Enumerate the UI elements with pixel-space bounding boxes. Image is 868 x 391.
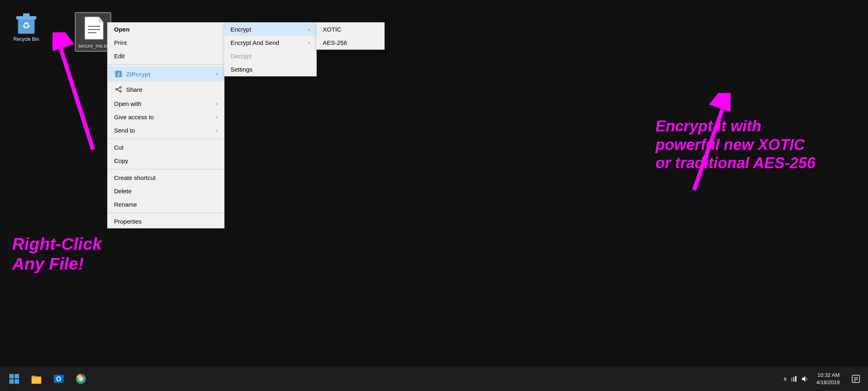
svg-text:O: O xyxy=(56,376,61,383)
svg-rect-31 xyxy=(793,377,794,382)
menu-item-delete[interactable]: Delete xyxy=(108,184,224,198)
menu-item-cut[interactable]: Cut xyxy=(108,141,224,154)
svg-rect-3 xyxy=(23,13,30,17)
menu-item-open-with[interactable]: Open with › xyxy=(108,97,224,110)
submenu-encrypt[interactable]: Encrypt › xyxy=(224,23,316,36)
zipcrypt-chevron: › xyxy=(216,71,218,77)
svg-rect-22 xyxy=(32,376,36,378)
tray-expand[interactable]: ∧ xyxy=(783,376,787,382)
zipcrypt-icon: Z xyxy=(114,70,123,78)
context-menu: Open Print Edit Z ZIPcrypt › xyxy=(107,22,224,228)
share-icon xyxy=(114,85,123,94)
menu-item-send-to[interactable]: Send to › xyxy=(108,124,224,137)
system-tray: ∧ )) xyxy=(783,375,808,383)
svg-text:♻: ♻ xyxy=(22,21,30,31)
svg-rect-21 xyxy=(32,377,41,384)
encrypt-xotic[interactable]: XOTIC xyxy=(316,23,384,36)
notification-icon xyxy=(851,374,860,383)
menu-item-properties[interactable]: Properties xyxy=(108,215,224,228)
left-arrow xyxy=(53,32,105,154)
clock-date: 4/18/2019 xyxy=(816,379,840,386)
menu-item-copy[interactable]: Copy xyxy=(108,154,224,167)
svg-marker-33 xyxy=(802,376,805,382)
svg-line-18 xyxy=(117,88,120,89)
give-access-chevron: › xyxy=(216,114,218,120)
menu-item-print[interactable]: Print xyxy=(108,36,224,49)
taskbar: O ∧ xyxy=(0,367,868,391)
menu-item-create-shortcut[interactable]: Create shortcut xyxy=(108,171,224,184)
svg-point-15 xyxy=(120,87,121,88)
svg-rect-2 xyxy=(16,16,36,19)
submenu-settings[interactable]: Settings xyxy=(224,63,316,76)
svg-point-29 xyxy=(80,378,82,380)
menu-item-open[interactable]: Open xyxy=(108,23,224,36)
taskbar-chrome[interactable] xyxy=(71,369,91,389)
taskbar-outlook[interactable]: O xyxy=(49,369,69,389)
start-button[interactable] xyxy=(4,369,24,389)
right-click-annotation: Right-ClickAny File! xyxy=(12,235,102,274)
svg-point-17 xyxy=(120,91,121,92)
recycle-bin-label: Recycle Bin xyxy=(13,36,39,42)
svg-text:)): )) xyxy=(806,377,808,380)
divider-1 xyxy=(108,64,224,65)
svg-rect-30 xyxy=(791,378,792,382)
submenu-encrypt-and-send[interactable]: Encrypt And Send › xyxy=(224,36,316,49)
svg-rect-35 xyxy=(852,375,860,383)
svg-marker-5 xyxy=(99,17,103,22)
menu-item-zipcrypt[interactable]: Z ZIPcrypt › xyxy=(108,66,224,82)
svg-line-19 xyxy=(117,90,120,91)
svg-text:Z: Z xyxy=(117,72,120,77)
outlook-icon: O xyxy=(53,373,64,385)
menu-item-give-access[interactable]: Give access to › xyxy=(108,110,224,124)
menu-item-rename[interactable]: Rename xyxy=(108,198,224,211)
menu-item-share[interactable]: Share xyxy=(108,82,224,97)
encrypt-chevron: › xyxy=(308,27,310,32)
encrypt-aes256[interactable]: AES-256 xyxy=(316,36,384,49)
zipcrypt-submenu: Encrypt › Encrypt And Send › Decrypt Set… xyxy=(224,22,317,76)
recycle-bin-icon[interactable]: ♻ Recycle Bin xyxy=(8,8,44,44)
divider-2 xyxy=(108,139,224,139)
svg-line-10 xyxy=(61,49,93,150)
clock-time: 10:32 AM xyxy=(816,372,840,379)
divider-4 xyxy=(108,213,224,213)
chrome-icon xyxy=(75,373,87,385)
taskbar-clock[interactable]: 10:32 AM 4/18/2019 xyxy=(812,372,844,386)
taskbar-right: ∧ )) 10:32 AM 4/18/2019 xyxy=(783,369,864,389)
windows-logo-icon xyxy=(9,374,19,384)
encrypt-it-annotation: Encrypt it withpowerful new XOTICor trad… xyxy=(655,117,815,173)
menu-item-edit[interactable]: Edit xyxy=(108,49,224,63)
encrypt-submenu: XOTIC AES-256 xyxy=(316,22,385,50)
svg-rect-32 xyxy=(795,376,796,382)
speaker-icon: )) xyxy=(801,375,808,383)
svg-line-12 xyxy=(694,109,722,190)
desktop: ♻ Recycle Bin secure_me.tx xyxy=(0,0,868,367)
folder-icon xyxy=(31,373,42,385)
svg-point-16 xyxy=(116,89,117,90)
send-to-chevron: › xyxy=(216,128,218,133)
network-icon xyxy=(790,375,798,383)
notification-center-button[interactable] xyxy=(848,369,864,389)
divider-3 xyxy=(108,169,224,169)
open-with-chevron: › xyxy=(216,101,218,107)
submenu-decrypt[interactable]: Decrypt xyxy=(224,49,316,63)
right-arrow xyxy=(682,93,730,194)
taskbar-file-explorer[interactable] xyxy=(26,369,47,389)
taskbar-icons: O xyxy=(26,369,91,389)
encrypt-and-send-chevron: › xyxy=(308,40,310,46)
